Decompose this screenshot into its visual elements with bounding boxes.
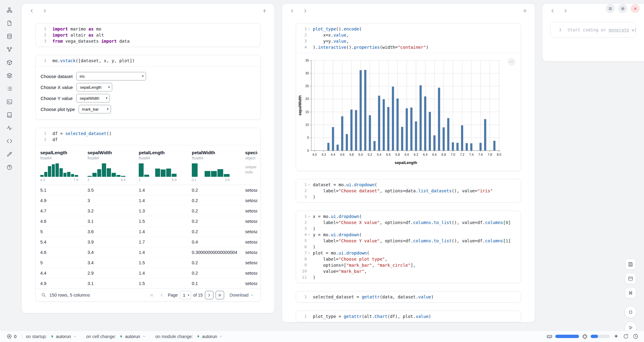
- shutdown-button[interactable]: [631, 4, 640, 13]
- table-column-header[interactable]: sepalWidthfloat6424.4: [88, 150, 139, 185]
- line-number-gutter: 1: [36, 26, 51, 32]
- fold-toggle-icon[interactable]: ▾: [307, 26, 311, 32]
- panel-outline-button[interactable]: [5, 84, 14, 93]
- dropdown-select[interactable]: sepalLength▾: [77, 83, 112, 91]
- restart-kernel-button[interactable]: [622, 333, 629, 340]
- tracebacks-icon: [6, 125, 13, 131]
- code-token: ().: [346, 45, 354, 50]
- table-row[interactable]: 4.93.11.50.1setosa: [40, 278, 256, 288]
- search-button[interactable]: [40, 292, 47, 298]
- panel-dependencies-button[interactable]: [5, 71, 14, 80]
- dropdown-select[interactable]: mark_bar▾: [79, 105, 111, 113]
- page-number-select[interactable]: 1▾: [180, 291, 191, 299]
- code-token: selected_dataset =: [313, 294, 362, 299]
- save-button[interactable]: [625, 259, 636, 270]
- last-page-button[interactable]: [216, 291, 224, 299]
- panel-datasets-button[interactable]: [5, 32, 14, 41]
- panel-file-tree-button[interactable]: [5, 5, 14, 15]
- scroll-column-left-button[interactable]: [28, 7, 36, 15]
- line-number-text: 2: [304, 219, 307, 226]
- download-button[interactable]: Download: [228, 291, 256, 299]
- column-dtype: float64: [192, 156, 245, 160]
- line-number-gutter: 1: [296, 313, 311, 319]
- layout-toggle-button[interactable]: [625, 273, 636, 284]
- histogram-bar: [75, 175, 78, 177]
- code-editor[interactable]: 1mo.vstack([dataset, x, y, plot]): [36, 55, 260, 66]
- add-cell-button[interactable]: [521, 7, 529, 15]
- code-editor[interactable]: 1plot_type = getattr(alt.Chart(df), plot…: [296, 311, 521, 322]
- table-row[interactable]: 53.41.50.2setosa: [40, 258, 256, 268]
- session-time-button[interactable]: [632, 333, 639, 340]
- errors-indicator[interactable]: 0: [5, 333, 18, 340]
- chart-actions-button[interactable]: ⋯: [507, 58, 515, 66]
- table-row[interactable]: 4.73.21.30.2setosa: [40, 206, 256, 216]
- plus-icon: [522, 8, 528, 13]
- panel-tracebacks-button[interactable]: [5, 123, 14, 133]
- run-mode-select[interactable]: autorun: [194, 333, 225, 340]
- table-row[interactable]: 5.43.91.70.4setosa: [40, 237, 256, 247]
- generate-with-ai-link[interactable]: generate: [609, 27, 629, 32]
- add-cell-button[interactable]: [260, 7, 268, 15]
- scroll-column-right-button[interactable]: [561, 7, 569, 15]
- run-mode-group: on startup:autorun: [26, 333, 79, 340]
- table-row[interactable]: 4.63.41.40.30000000000000004setosa: [40, 247, 256, 258]
- panel-snippets-button[interactable]: [5, 137, 14, 146]
- panel-documentation-button[interactable]: [5, 110, 14, 119]
- table-row[interactable]: 4.931.40.2setosa: [40, 195, 256, 206]
- column-histogram: [40, 163, 78, 177]
- chevron-right-icon: [207, 293, 211, 297]
- ai-assist-button[interactable]: [613, 333, 620, 340]
- table-column-header[interactable]: petalWidthfloat640.12.5: [192, 150, 245, 185]
- scroll-column-left-button[interactable]: [288, 7, 296, 15]
- empty-cell-editor[interactable]: 1 Start coding or generate with AI.: [550, 22, 636, 38]
- dropdown-select[interactable]: iris▾: [76, 72, 146, 80]
- table-column-header[interactable]: petalLengthfloat6416.9: [139, 150, 192, 185]
- line-number-text: 9: [304, 262, 307, 268]
- code-content: ): [311, 274, 315, 280]
- histogram-max: 6.9: [172, 178, 177, 182]
- first-page-button[interactable]: [148, 291, 156, 299]
- prev-page-button[interactable]: [158, 291, 166, 299]
- histogram-bar: [205, 171, 210, 177]
- run-mode-select[interactable]: autorun: [117, 333, 148, 340]
- scroll-column-left-button[interactable]: [549, 7, 556, 15]
- panel-help-button[interactable]: [5, 163, 14, 172]
- table-row[interactable]: 4.42.91.40.2setosa: [40, 268, 256, 278]
- scroll-column-right-button[interactable]: [41, 7, 48, 15]
- notebook-menu-button[interactable]: [606, 4, 615, 13]
- panel-scratchpad-button[interactable]: [5, 150, 14, 159]
- code-editor[interactable]: 1import marimo as mo2import altair as al…: [36, 23, 260, 47]
- table-cell: 0.1: [192, 281, 245, 286]
- panel-packages-button[interactable]: [5, 58, 14, 67]
- command-palette-button[interactable]: [625, 287, 636, 298]
- code-editor[interactable]: 1▾dataset = mo.ui.dropdown(2 label="Choo…: [296, 179, 521, 202]
- table-row[interactable]: 4.63.11.50.2setosa: [40, 216, 256, 226]
- code-line: 2import altair as alt: [36, 32, 260, 38]
- code-editor[interactable]: 1▾x = mo.ui.dropdown(2 label="Choose X v…: [296, 211, 521, 283]
- fold-toggle-icon[interactable]: ▾: [307, 232, 311, 238]
- table-row[interactable]: 5.13.51.40.2setosa: [40, 185, 256, 195]
- next-page-button[interactable]: [205, 291, 213, 299]
- settings-button[interactable]: [618, 4, 627, 13]
- table-row[interactable]: 53.61.40.2setosa: [40, 226, 256, 237]
- fold-toggle-icon[interactable]: ▾: [307, 182, 311, 188]
- panel-logs-button[interactable]: [5, 97, 14, 106]
- fold-toggle-icon[interactable]: ▾: [307, 213, 311, 219]
- console-button[interactable]: [624, 306, 637, 318]
- code-token: (width=: [380, 45, 398, 50]
- table-column-header[interactable]: sepalLengthfloat644.37.9: [40, 150, 88, 185]
- code-editor[interactable]: 1▾plot_type().encode(2 x=x.value,3 y=y.v…: [296, 23, 521, 53]
- run-mode-select[interactable]: autorun: [48, 333, 79, 340]
- code-editor[interactable]: 1selected_dataset = getattr(data, datase…: [296, 291, 521, 302]
- dropdown-select[interactable]: sepalWidth▾: [76, 94, 110, 102]
- table-column-header[interactable]: speciesobjectunique:nulls:: [245, 150, 257, 185]
- panel-variables-button[interactable]: [5, 45, 14, 54]
- panel-files-button[interactable]: [5, 19, 14, 28]
- code-token: "mark_bar": [346, 263, 372, 268]
- file-tree-icon: [6, 7, 13, 13]
- fold-toggle-icon[interactable]: ▾: [307, 250, 311, 256]
- scroll-column-right-button[interactable]: [301, 7, 309, 15]
- code-token: interactive: [318, 45, 346, 50]
- svg-text:6.6: 6.6: [432, 153, 437, 156]
- code-editor[interactable]: 1df = selected_dataset()2df: [36, 128, 260, 145]
